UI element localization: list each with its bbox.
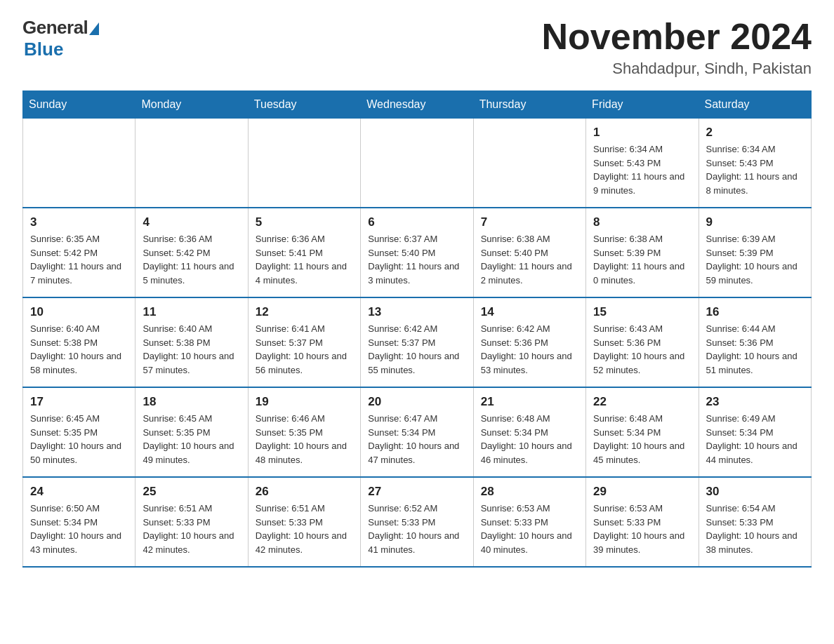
day-info: Sunrise: 6:44 AM Sunset: 5:36 PM Dayligh… xyxy=(706,322,804,377)
day-info: Sunrise: 6:38 AM Sunset: 5:39 PM Dayligh… xyxy=(593,232,691,287)
calendar-cell: 15Sunrise: 6:43 AM Sunset: 5:36 PM Dayli… xyxy=(586,297,699,387)
calendar-week-row: 3Sunrise: 6:35 AM Sunset: 5:42 PM Daylig… xyxy=(23,208,812,297)
day-number: 26 xyxy=(256,485,353,499)
location-title: Shahdadpur, Sindh, Pakistan xyxy=(542,60,812,78)
day-number: 9 xyxy=(706,215,804,229)
day-info: Sunrise: 6:49 AM Sunset: 5:34 PM Dayligh… xyxy=(706,412,804,467)
calendar-week-row: 24Sunrise: 6:50 AM Sunset: 5:34 PM Dayli… xyxy=(23,477,812,567)
calendar-cell: 13Sunrise: 6:42 AM Sunset: 5:37 PM Dayli… xyxy=(361,297,473,387)
calendar-day-header: Friday xyxy=(586,91,699,119)
calendar-cell: 24Sunrise: 6:50 AM Sunset: 5:34 PM Dayli… xyxy=(23,477,135,567)
day-number: 28 xyxy=(481,485,578,499)
day-number: 6 xyxy=(368,215,465,229)
day-info: Sunrise: 6:39 AM Sunset: 5:39 PM Dayligh… xyxy=(706,232,804,287)
day-number: 5 xyxy=(256,215,353,229)
day-number: 20 xyxy=(368,395,465,409)
day-info: Sunrise: 6:40 AM Sunset: 5:38 PM Dayligh… xyxy=(30,322,128,377)
calendar-cell: 11Sunrise: 6:40 AM Sunset: 5:38 PM Dayli… xyxy=(135,297,248,387)
day-info: Sunrise: 6:34 AM Sunset: 5:43 PM Dayligh… xyxy=(706,142,804,197)
day-info: Sunrise: 6:51 AM Sunset: 5:33 PM Dayligh… xyxy=(143,502,240,556)
day-number: 2 xyxy=(706,126,804,140)
day-info: Sunrise: 6:38 AM Sunset: 5:40 PM Dayligh… xyxy=(481,232,578,287)
calendar-cell: 28Sunrise: 6:53 AM Sunset: 5:33 PM Dayli… xyxy=(473,477,585,567)
day-number: 7 xyxy=(481,215,578,229)
calendar-cell xyxy=(23,119,135,208)
calendar-cell: 1Sunrise: 6:34 AM Sunset: 5:43 PM Daylig… xyxy=(586,119,699,208)
calendar-week-row: 10Sunrise: 6:40 AM Sunset: 5:38 PM Dayli… xyxy=(23,297,812,387)
calendar-cell: 18Sunrise: 6:45 AM Sunset: 5:35 PM Dayli… xyxy=(135,387,248,477)
day-info: Sunrise: 6:35 AM Sunset: 5:42 PM Dayligh… xyxy=(30,232,128,287)
calendar-cell: 3Sunrise: 6:35 AM Sunset: 5:42 PM Daylig… xyxy=(23,208,135,297)
calendar-week-row: 1Sunrise: 6:34 AM Sunset: 5:43 PM Daylig… xyxy=(23,119,812,208)
day-number: 25 xyxy=(143,485,240,499)
calendar-cell xyxy=(248,119,360,208)
calendar-cell: 8Sunrise: 6:38 AM Sunset: 5:39 PM Daylig… xyxy=(586,208,699,297)
calendar-cell: 9Sunrise: 6:39 AM Sunset: 5:39 PM Daylig… xyxy=(699,208,811,297)
title-area: November 2024 Shahdadpur, Sindh, Pakista… xyxy=(542,17,812,78)
calendar-day-header: Wednesday xyxy=(361,91,473,119)
day-info: Sunrise: 6:42 AM Sunset: 5:37 PM Dayligh… xyxy=(368,322,465,377)
calendar-day-header: Monday xyxy=(135,91,248,119)
day-info: Sunrise: 6:42 AM Sunset: 5:36 PM Dayligh… xyxy=(481,322,578,377)
calendar-day-header: Sunday xyxy=(23,91,135,119)
calendar-cell: 17Sunrise: 6:45 AM Sunset: 5:35 PM Dayli… xyxy=(23,387,135,477)
logo-triangle-icon xyxy=(89,22,99,35)
day-info: Sunrise: 6:53 AM Sunset: 5:33 PM Dayligh… xyxy=(593,502,691,556)
day-info: Sunrise: 6:51 AM Sunset: 5:33 PM Dayligh… xyxy=(256,502,353,556)
calendar-cell: 19Sunrise: 6:46 AM Sunset: 5:35 PM Dayli… xyxy=(248,387,360,477)
day-number: 4 xyxy=(143,215,240,229)
calendar-cell: 22Sunrise: 6:48 AM Sunset: 5:34 PM Dayli… xyxy=(586,387,699,477)
day-number: 30 xyxy=(706,485,804,499)
day-number: 19 xyxy=(256,395,353,409)
calendar-cell: 25Sunrise: 6:51 AM Sunset: 5:33 PM Dayli… xyxy=(135,477,248,567)
logo-general-text: General xyxy=(22,17,88,39)
day-number: 17 xyxy=(30,395,128,409)
calendar-cell: 26Sunrise: 6:51 AM Sunset: 5:33 PM Dayli… xyxy=(248,477,360,567)
day-number: 29 xyxy=(593,485,691,499)
day-info: Sunrise: 6:40 AM Sunset: 5:38 PM Dayligh… xyxy=(143,322,240,377)
calendar-cell: 12Sunrise: 6:41 AM Sunset: 5:37 PM Dayli… xyxy=(248,297,360,387)
day-info: Sunrise: 6:54 AM Sunset: 5:33 PM Dayligh… xyxy=(706,502,804,556)
day-info: Sunrise: 6:45 AM Sunset: 5:35 PM Dayligh… xyxy=(143,412,240,467)
day-number: 27 xyxy=(368,485,465,499)
day-info: Sunrise: 6:37 AM Sunset: 5:40 PM Dayligh… xyxy=(368,232,465,287)
calendar-day-header: Tuesday xyxy=(248,91,360,119)
day-info: Sunrise: 6:36 AM Sunset: 5:41 PM Dayligh… xyxy=(256,232,353,287)
day-info: Sunrise: 6:53 AM Sunset: 5:33 PM Dayligh… xyxy=(481,502,578,556)
calendar-cell: 27Sunrise: 6:52 AM Sunset: 5:33 PM Dayli… xyxy=(361,477,473,567)
day-info: Sunrise: 6:34 AM Sunset: 5:43 PM Dayligh… xyxy=(593,142,691,197)
calendar-cell: 14Sunrise: 6:42 AM Sunset: 5:36 PM Dayli… xyxy=(473,297,585,387)
day-number: 23 xyxy=(706,395,804,409)
calendar-cell: 2Sunrise: 6:34 AM Sunset: 5:43 PM Daylig… xyxy=(699,119,811,208)
day-number: 16 xyxy=(706,305,804,319)
calendar-day-header: Thursday xyxy=(473,91,585,119)
day-info: Sunrise: 6:36 AM Sunset: 5:42 PM Dayligh… xyxy=(143,232,240,287)
calendar-cell: 30Sunrise: 6:54 AM Sunset: 5:33 PM Dayli… xyxy=(699,477,811,567)
calendar-cell: 16Sunrise: 6:44 AM Sunset: 5:36 PM Dayli… xyxy=(699,297,811,387)
calendar-cell xyxy=(135,119,248,208)
calendar-cell: 6Sunrise: 6:37 AM Sunset: 5:40 PM Daylig… xyxy=(361,208,473,297)
day-number: 12 xyxy=(256,305,353,319)
logo-blue-text: Blue xyxy=(24,39,63,60)
day-info: Sunrise: 6:41 AM Sunset: 5:37 PM Dayligh… xyxy=(256,322,353,377)
day-info: Sunrise: 6:46 AM Sunset: 5:35 PM Dayligh… xyxy=(256,412,353,467)
day-number: 11 xyxy=(143,305,240,319)
calendar-cell: 10Sunrise: 6:40 AM Sunset: 5:38 PM Dayli… xyxy=(23,297,135,387)
logo: General Blue xyxy=(22,17,99,60)
calendar-day-header: Saturday xyxy=(699,91,811,119)
calendar-table: SundayMondayTuesdayWednesdayThursdayFrid… xyxy=(22,90,812,568)
calendar-week-row: 17Sunrise: 6:45 AM Sunset: 5:35 PM Dayli… xyxy=(23,387,812,477)
page-header: General Blue November 2024 Shahdadpur, S… xyxy=(22,17,812,78)
day-number: 13 xyxy=(368,305,465,319)
month-title: November 2024 xyxy=(542,17,812,57)
day-info: Sunrise: 6:48 AM Sunset: 5:34 PM Dayligh… xyxy=(481,412,578,467)
day-number: 15 xyxy=(593,305,691,319)
calendar-cell: 5Sunrise: 6:36 AM Sunset: 5:41 PM Daylig… xyxy=(248,208,360,297)
day-number: 22 xyxy=(593,395,691,409)
day-info: Sunrise: 6:50 AM Sunset: 5:34 PM Dayligh… xyxy=(30,502,128,556)
day-info: Sunrise: 6:47 AM Sunset: 5:34 PM Dayligh… xyxy=(368,412,465,467)
calendar-cell: 23Sunrise: 6:49 AM Sunset: 5:34 PM Dayli… xyxy=(699,387,811,477)
day-info: Sunrise: 6:52 AM Sunset: 5:33 PM Dayligh… xyxy=(368,502,465,556)
calendar-cell: 4Sunrise: 6:36 AM Sunset: 5:42 PM Daylig… xyxy=(135,208,248,297)
calendar-cell xyxy=(361,119,473,208)
